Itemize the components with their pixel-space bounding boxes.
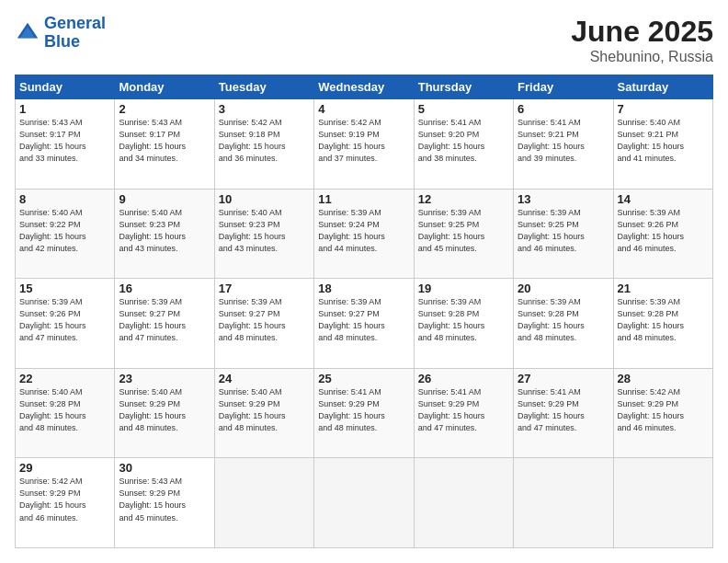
day-24: 24 Sunrise: 5:40 AMSunset: 9:29 PMDaylig… [214, 368, 313, 458]
col-sunday: Sunday [16, 75, 115, 99]
col-friday: Friday [514, 75, 613, 99]
col-tuesday: Tuesday [214, 75, 313, 99]
col-thursday: Thursday [414, 75, 513, 99]
day-30: 30 Sunrise: 5:43 AMSunset: 9:29 PMDaylig… [115, 458, 214, 548]
day-11: 11 Sunrise: 5:39 AMSunset: 9:24 PMDaylig… [314, 189, 414, 279]
day-4: 4 Sunrise: 5:42 AMSunset: 9:19 PMDayligh… [314, 99, 414, 190]
day-10: 10 Sunrise: 5:40 AMSunset: 9:23 PMDaylig… [214, 189, 313, 279]
week-row-2: 8 Sunrise: 5:40 AMSunset: 9:22 PMDayligh… [16, 189, 713, 279]
day-12: 12 Sunrise: 5:39 AMSunset: 9:25 PMDaylig… [414, 189, 513, 279]
empty-cell-4 [514, 458, 613, 548]
week-row-1: 1 Sunrise: 5:43 AMSunset: 9:17 PMDayligh… [16, 99, 713, 190]
day-25: 25 Sunrise: 5:41 AMSunset: 9:29 PMDaylig… [314, 368, 414, 458]
empty-cell-3 [414, 458, 513, 548]
week-row-3: 15 Sunrise: 5:39 AMSunset: 9:26 PMDaylig… [16, 279, 713, 369]
day-17: 17 Sunrise: 5:39 AMSunset: 9:27 PMDaylig… [214, 279, 313, 369]
day-21: 21 Sunrise: 5:39 AMSunset: 9:28 PMDaylig… [613, 279, 712, 369]
day-16: 16 Sunrise: 5:39 AMSunset: 9:27 PMDaylig… [115, 279, 214, 369]
day-29: 29 Sunrise: 5:42 AMSunset: 9:29 PMDaylig… [16, 458, 115, 548]
day-15: 15 Sunrise: 5:39 AMSunset: 9:26 PMDaylig… [16, 279, 115, 369]
day-27: 27 Sunrise: 5:41 AMSunset: 9:29 PMDaylig… [514, 368, 613, 458]
col-monday: Monday [115, 75, 214, 99]
day-1: 1 Sunrise: 5:43 AMSunset: 9:17 PMDayligh… [16, 99, 115, 190]
col-saturday: Saturday [613, 75, 712, 99]
day-7: 7 Sunrise: 5:40 AMSunset: 9:21 PMDayligh… [613, 99, 712, 190]
day-20: 20 Sunrise: 5:39 AMSunset: 9:28 PMDaylig… [514, 279, 613, 369]
logo-text: General Blue [44, 15, 106, 52]
day-2: 2 Sunrise: 5:43 AMSunset: 9:17 PMDayligh… [115, 99, 214, 190]
header: General Blue June 2025 Shebunino, Russia [15, 15, 713, 65]
day-18: 18 Sunrise: 5:39 AMSunset: 9:27 PMDaylig… [314, 279, 414, 369]
calendar-header-row: Sunday Monday Tuesday Wednesday Thursday… [16, 75, 713, 99]
week-row-4: 22 Sunrise: 5:40 AMSunset: 9:28 PMDaylig… [16, 368, 713, 458]
logo: General Blue [15, 15, 106, 52]
page: General Blue June 2025 Shebunino, Russia… [0, 0, 728, 563]
logo-icon [15, 20, 40, 46]
day-28: 28 Sunrise: 5:42 AMSunset: 9:29 PMDaylig… [613, 368, 712, 458]
day-6: 6 Sunrise: 5:41 AMSunset: 9:21 PMDayligh… [514, 99, 613, 190]
calendar-table: Sunday Monday Tuesday Wednesday Thursday… [15, 75, 713, 548]
day-13: 13 Sunrise: 5:39 AMSunset: 9:25 PMDaylig… [514, 189, 613, 279]
day-9: 9 Sunrise: 5:40 AMSunset: 9:23 PMDayligh… [115, 189, 214, 279]
day-5: 5 Sunrise: 5:41 AMSunset: 9:20 PMDayligh… [414, 99, 513, 190]
day-3: 3 Sunrise: 5:42 AMSunset: 9:18 PMDayligh… [214, 99, 313, 190]
empty-cell-2 [314, 458, 414, 548]
empty-cell-1 [214, 458, 313, 548]
title-block: June 2025 Shebunino, Russia [571, 15, 713, 65]
location: Shebunino, Russia [571, 49, 713, 65]
col-wednesday: Wednesday [314, 75, 414, 99]
month-title: June 2025 [571, 15, 713, 49]
day-14: 14 Sunrise: 5:39 AMSunset: 9:26 PMDaylig… [613, 189, 712, 279]
day-26: 26 Sunrise: 5:41 AMSunset: 9:29 PMDaylig… [414, 368, 513, 458]
empty-cell-5 [613, 458, 712, 548]
day-23: 23 Sunrise: 5:40 AMSunset: 9:29 PMDaylig… [115, 368, 214, 458]
day-22: 22 Sunrise: 5:40 AMSunset: 9:28 PMDaylig… [16, 368, 115, 458]
day-8: 8 Sunrise: 5:40 AMSunset: 9:22 PMDayligh… [16, 189, 115, 279]
day-19: 19 Sunrise: 5:39 AMSunset: 9:28 PMDaylig… [414, 279, 513, 369]
week-row-5: 29 Sunrise: 5:42 AMSunset: 9:29 PMDaylig… [16, 458, 713, 548]
